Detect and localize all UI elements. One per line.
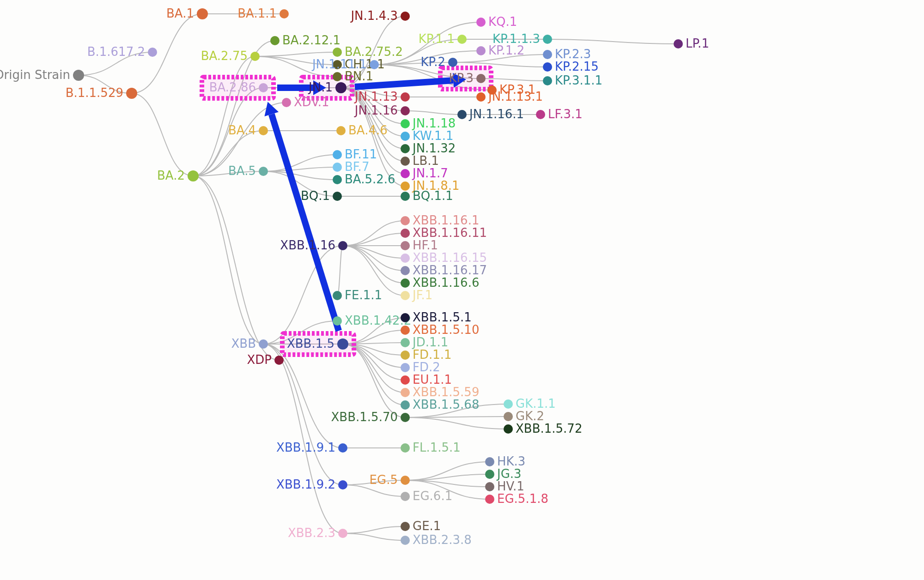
node-dot — [336, 126, 346, 135]
node-dot — [197, 8, 208, 19]
node-dot — [504, 412, 513, 421]
node-label: XBB.1.16.11 — [413, 226, 487, 240]
lineage-node-eg518: EG.5.1.8 — [485, 492, 548, 506]
node-dot — [536, 110, 545, 119]
lineage-node-bq1: BQ.1 — [301, 189, 342, 203]
node-dot — [476, 92, 486, 102]
node-label: BA.1 — [166, 6, 194, 20]
node-label: JN.1.16.1 — [468, 107, 524, 121]
node-dot — [401, 363, 410, 372]
node-label: KQ.1 — [488, 15, 517, 29]
lineage-node-xbb1568: XBB.1.5.68 — [401, 398, 479, 411]
node-dot — [543, 62, 552, 72]
node-label: FL.1.5.1 — [413, 441, 461, 454]
lineage-node-xbb116: XBB.1.16 — [280, 238, 347, 252]
lineage-node-jd11: JD.1.1 — [401, 335, 448, 349]
node-dot — [401, 443, 410, 453]
node-label: XBB.1.5.59 — [413, 385, 479, 399]
node-dot — [333, 150, 342, 159]
node-label: GK.1.1 — [516, 397, 556, 411]
lineage-node-lf31: LF.3.1 — [536, 107, 583, 121]
lineage-node-lb1: LB.1 — [401, 154, 439, 168]
node-dot — [401, 216, 410, 225]
node-dot — [401, 181, 410, 191]
lineage-node-ba2: BA.2 — [157, 169, 199, 182]
node-label: XBB.1.5.10 — [413, 323, 479, 337]
nodes-layer: Origin StrainB.1.617.2B.1.1.529BA.1BA.1.… — [0, 6, 709, 547]
node-label: XBB.1.16.17 — [413, 263, 487, 277]
lineage-node-ba526: BA.5.2.6 — [333, 172, 395, 186]
edge — [132, 93, 193, 176]
lineage-node-xbb1422: XBB.1.42.2 — [333, 314, 411, 327]
node-dot — [401, 144, 410, 153]
edge — [547, 39, 678, 44]
lineage-node-ba2752: BA.2.75.2 — [333, 45, 403, 59]
node-dot — [485, 457, 494, 466]
lineage-node-hf1: HF.1 — [401, 238, 438, 252]
node-dot — [401, 388, 410, 397]
lineage-node-ba11: BA.1.1 — [237, 6, 289, 20]
lineage-node-xbb11611: XBB.1.16.11 — [401, 226, 487, 240]
node-label: XBB.2.3 — [288, 526, 335, 540]
node-label: KP.3 — [449, 71, 474, 85]
node-label: KW.1.1 — [413, 129, 453, 143]
node-dot — [401, 254, 410, 263]
lineage-node-eg61: EG.6.1 — [401, 489, 452, 503]
lineage-node-jn116: JN.1.16 — [354, 103, 410, 117]
lineage-node-gk2: GK.2 — [504, 409, 544, 423]
node-label: JN.1.18 — [412, 116, 456, 130]
node-dot — [333, 192, 342, 201]
node-dot — [338, 480, 347, 489]
lineage-node-ba4: BA.4 — [228, 123, 268, 137]
node-label: BF.7 — [345, 160, 369, 174]
lineage-node-xbb11617: XBB.1.16.17 — [401, 263, 487, 277]
lineage-node-jn118: JN.1.18 — [401, 116, 456, 130]
node-dot — [338, 529, 347, 538]
lineage-node-kp12: KP.1.2 — [476, 43, 524, 57]
node-dot — [274, 356, 284, 365]
lineage-node-xbb: XBB — [231, 337, 268, 350]
node-label: XDV.1 — [294, 95, 329, 109]
node-dot — [259, 83, 268, 92]
node-label: XBB.1.16 — [280, 238, 335, 252]
lineage-node-bf11: BF.11 — [333, 147, 377, 161]
node-label: JD.1.1 — [412, 335, 448, 349]
node-label: JN.1.32 — [412, 141, 456, 155]
node-dot — [250, 52, 260, 61]
node-label: KP.2.15 — [555, 60, 599, 73]
node-dot — [335, 82, 346, 93]
edge — [263, 167, 337, 171]
lineage-node-fl151: FL.1.5.1 — [401, 441, 461, 454]
node-label: LB.1 — [413, 154, 439, 168]
lineage-node-ge1: GE.1 — [401, 519, 441, 533]
node-dot — [188, 170, 199, 181]
node-label: B.1.1.529 — [66, 86, 123, 100]
lineage-node-ba1: BA.1 — [166, 6, 208, 20]
node-label: KP.1.1 — [419, 32, 455, 46]
node-label: XDP — [247, 353, 272, 367]
lineage-node-ba2121: BA.2.12.1 — [270, 33, 340, 47]
node-dot — [401, 492, 410, 501]
lineage-node-eu11: EU.1.1 — [401, 373, 452, 387]
node-label: JN.1.16 — [354, 103, 398, 117]
node-dot — [259, 126, 268, 135]
node-label: BF.11 — [345, 147, 377, 161]
node-dot — [401, 375, 410, 385]
node-label: BA.5 — [228, 164, 256, 178]
node-label: XBB.1.5 — [287, 337, 334, 350]
lineage-node-b16172: B.1.617.2 — [87, 45, 157, 59]
node-dot — [280, 9, 289, 18]
lineage-node-ba5: BA.5 — [228, 164, 268, 178]
node-dot — [401, 92, 410, 102]
node-dot — [333, 48, 342, 57]
node-label: FD.1.1 — [413, 348, 452, 362]
node-dot — [401, 157, 410, 166]
node-dot — [338, 241, 347, 250]
node-label: BA.1.1 — [237, 6, 277, 20]
node-dot — [401, 291, 410, 300]
node-dot — [476, 74, 486, 83]
lineage-node-jf1: JF.1 — [401, 288, 432, 302]
node-label: HK.3 — [497, 454, 525, 468]
node-label: KP.1.2 — [488, 43, 524, 57]
lineage-node-xbb1572: XBB.1.5.72 — [504, 422, 582, 435]
